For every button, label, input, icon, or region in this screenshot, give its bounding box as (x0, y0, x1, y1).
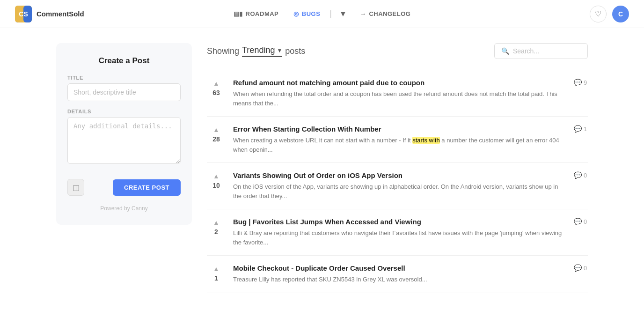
post-meta: 💬 9 (574, 79, 588, 86)
post-excerpt: When creating a webstore URL it can not … (233, 136, 566, 154)
vote-area: ▲ 1 (207, 264, 226, 282)
header: CS CommentSold ▤▮ ROADMAP ◎ BUGS | ▼ → C… (0, 0, 644, 28)
post-title[interactable]: Variants Showing Out of Order on iOS App… (233, 171, 566, 179)
comment-icon: 💬 (574, 218, 582, 225)
title-form-group: TITLE (67, 75, 181, 101)
post-title[interactable]: Refund amount not matching amount paid d… (233, 79, 566, 87)
vote-count: 63 (212, 89, 220, 96)
post-content: Mobile Checkout - Duplicate Order Caused… (233, 264, 566, 284)
post-meta: 💬 1 (574, 125, 588, 133)
post-title[interactable]: Mobile Checkout - Duplicate Order Caused… (233, 264, 566, 272)
create-post-panel: Create a Post TITLE DETAILS ◫ CREATE POS… (56, 43, 192, 225)
post-item: ▲ 10 Variants Showing Out of Order on iO… (207, 163, 588, 209)
post-title[interactable]: Bug | Favorites List Jumps When Accessed… (233, 218, 566, 226)
search-box: 🔍 (494, 43, 588, 59)
posts-header: Showing Trending ▼ posts 🔍 (207, 43, 588, 59)
comment-count: 0 (584, 172, 587, 179)
post-excerpt: On the iOS version of the App, variants … (233, 182, 566, 200)
vote-area: ▲ 28 (207, 125, 226, 143)
post-meta: 💬 0 (574, 171, 588, 179)
post-meta: 💬 0 (574, 264, 588, 272)
vote-area: ▲ 63 (207, 79, 226, 96)
create-post-heading: Create a Post (99, 56, 150, 66)
upvote-button[interactable]: ▲ (210, 125, 223, 134)
comment-icon: 💬 (574, 79, 582, 86)
comment-count: 0 (584, 265, 587, 272)
showing-label: Showing Trending ▼ posts (207, 45, 305, 57)
posts-area: Showing Trending ▼ posts 🔍 ▲ 63 Refund a… (207, 43, 588, 293)
comment-icon: 💬 (574, 264, 582, 272)
vote-count: 1 (214, 274, 218, 282)
nav-dropdown-arrow[interactable]: ▼ (336, 7, 351, 21)
target-icon: ◎ (293, 10, 299, 17)
svg-text:CS: CS (19, 10, 28, 18)
chart-icon: ▤▮ (234, 10, 243, 17)
trending-dropdown[interactable]: Trending ▼ (242, 45, 282, 57)
post-content: Bug | Favorites List Jumps When Accessed… (233, 218, 566, 247)
vote-count: 10 (212, 182, 220, 189)
arrow-icon: → (360, 10, 366, 17)
comment-count: 9 (584, 79, 587, 86)
vote-count: 28 (212, 135, 220, 143)
comment-count: 1 (584, 125, 587, 133)
comment-icon: 💬 (574, 125, 582, 133)
create-post-button[interactable]: CREATE POST (113, 179, 181, 196)
upvote-button[interactable]: ▲ (210, 79, 223, 88)
post-item: ▲ 1 Mobile Checkout - Duplicate Order Ca… (207, 256, 588, 293)
powered-by: Powered by Canny (100, 205, 147, 212)
nav-divider: | (329, 9, 332, 19)
title-label: TITLE (67, 75, 181, 81)
details-textarea[interactable] (67, 117, 181, 164)
post-excerpt: Lilli & Bray are reporting that customer… (233, 229, 566, 247)
details-label: DETAILS (67, 109, 181, 114)
bell-icon: ♡ (595, 9, 601, 18)
header-nav: ▤▮ ROADMAP ◎ BUGS | ▼ → CHANGELOG (228, 7, 417, 21)
vote-count: 2 (214, 228, 218, 236)
notifications-button[interactable]: ♡ (590, 6, 607, 22)
post-content: Refund amount not matching amount paid d… (233, 79, 566, 108)
upvote-button[interactable]: ▲ (210, 264, 223, 273)
highlighted-text: starts with (412, 137, 440, 144)
title-input[interactable] (67, 83, 181, 101)
upvote-button[interactable]: ▲ (210, 171, 223, 181)
post-title[interactable]: Error When Starting Collection With Numb… (233, 125, 566, 133)
chevron-down-icon: ▼ (277, 47, 282, 54)
post-excerpt: Treasure Lilly has reported that SKU ZN5… (233, 275, 566, 284)
post-item: ▲ 2 Bug | Favorites List Jumps When Acce… (207, 209, 588, 256)
post-content: Error When Starting Collection With Numb… (233, 125, 566, 154)
posts-list: ▲ 63 Refund amount not matching amount p… (207, 70, 588, 293)
post-content: Variants Showing Out of Order on iOS App… (233, 171, 566, 200)
upvote-button[interactable]: ▲ (210, 218, 223, 227)
brand-name: CommentSold (37, 10, 84, 18)
form-actions: ◫ CREATE POST (67, 179, 181, 196)
nav-changelog[interactable]: → CHANGELOG (354, 7, 417, 20)
vote-area: ▲ 10 (207, 171, 226, 189)
search-input[interactable] (513, 47, 581, 55)
post-item: ▲ 63 Refund amount not matching amount p… (207, 70, 588, 117)
header-right: ♡ C (590, 6, 629, 22)
details-form-group: DETAILS (67, 109, 181, 166)
nav-roadmap[interactable]: ▤▮ ROADMAP (228, 7, 285, 20)
nav-bugs[interactable]: ◎ BUGS (288, 7, 326, 20)
post-item: ▲ 28 Error When Starting Collection With… (207, 117, 588, 163)
logo-icon: CS (15, 6, 32, 22)
comment-count: 0 (584, 218, 587, 225)
image-icon: ◫ (73, 183, 80, 192)
post-excerpt: When when refunding the total order and … (233, 89, 566, 108)
comment-icon: 💬 (574, 171, 582, 179)
search-icon: 🔍 (501, 47, 509, 55)
image-upload-button[interactable]: ◫ (67, 179, 84, 196)
main-content: Create a Post TITLE DETAILS ◫ CREATE POS… (41, 28, 603, 308)
post-meta: 💬 0 (574, 218, 588, 225)
avatar[interactable]: C (612, 6, 629, 22)
vote-area: ▲ 2 (207, 218, 226, 236)
